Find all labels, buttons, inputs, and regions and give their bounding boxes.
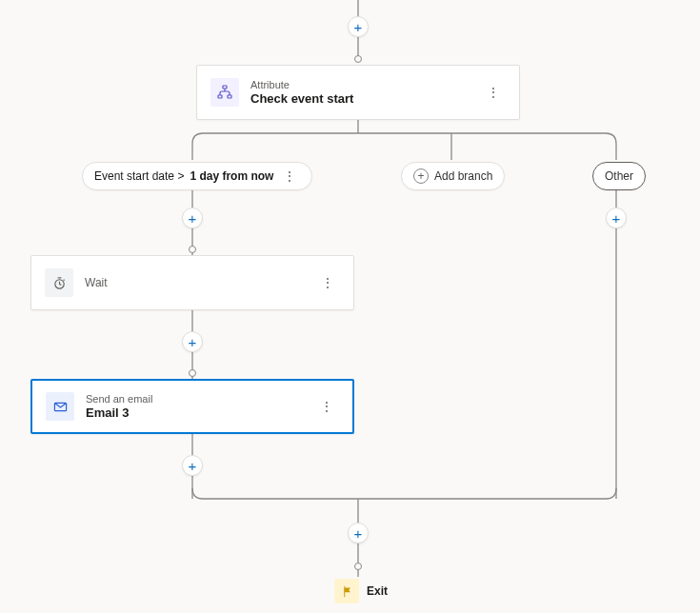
attribute-tree-icon xyxy=(210,78,239,107)
email-more-button[interactable]: ⋮ xyxy=(314,396,339,417)
plus-icon: + xyxy=(189,458,197,474)
exit-node[interactable]: Exit xyxy=(334,579,388,603)
condition-bold: 1 day from now xyxy=(190,169,273,183)
add-step-button-left-3[interactable]: + xyxy=(182,455,203,476)
email-card[interactable]: Send an email Email 3 ⋮ xyxy=(30,379,354,434)
condition-more-button[interactable]: ⋮ xyxy=(279,167,300,186)
connector-dot xyxy=(189,369,196,377)
svg-rect-0 xyxy=(223,86,227,89)
condition-prefix: Event start date > xyxy=(94,169,184,183)
attribute-card[interactable]: Attribute Check event start ⋮ xyxy=(196,65,520,120)
email-subtitle: Send an email xyxy=(86,392,314,405)
plus-circle-icon: + xyxy=(413,168,429,184)
wait-more-button[interactable]: ⋮ xyxy=(315,272,340,293)
add-branch-label: Add branch xyxy=(434,169,492,183)
plus-icon: + xyxy=(354,19,363,35)
attribute-more-button[interactable]: ⋮ xyxy=(481,82,506,103)
mail-icon xyxy=(46,392,74,421)
email-title: Email 3 xyxy=(86,405,314,421)
add-branch-button[interactable]: + Add branch xyxy=(401,162,505,190)
branch-other-pill[interactable]: Other xyxy=(592,162,646,190)
svg-rect-2 xyxy=(228,95,231,98)
flag-icon xyxy=(334,579,359,603)
wait-card[interactable]: Wait ⋮ xyxy=(30,255,354,310)
add-step-button-left-2[interactable]: + xyxy=(182,331,203,352)
branch-condition-pill[interactable]: Event start date > 1 day from now ⋮ xyxy=(82,162,312,190)
add-step-button-merge[interactable]: + xyxy=(348,523,369,544)
wait-label: Wait xyxy=(85,276,315,289)
plus-icon: + xyxy=(612,210,621,227)
clock-icon xyxy=(45,268,73,297)
add-step-button-top[interactable]: + xyxy=(348,16,369,37)
plus-icon: + xyxy=(189,334,197,350)
connector-dot xyxy=(354,563,362,570)
other-label: Other xyxy=(605,169,633,183)
connector-dot xyxy=(189,246,196,253)
plus-icon: + xyxy=(189,210,197,227)
plus-icon: + xyxy=(354,525,363,542)
connector-dot xyxy=(354,55,362,63)
attribute-subtitle: Attribute xyxy=(250,78,481,91)
exit-label: Exit xyxy=(367,584,388,598)
add-step-button-right[interactable]: + xyxy=(606,208,627,228)
attribute-title: Check event start xyxy=(250,91,481,107)
svg-rect-1 xyxy=(218,95,222,98)
add-step-button-left-1[interactable]: + xyxy=(182,208,203,228)
